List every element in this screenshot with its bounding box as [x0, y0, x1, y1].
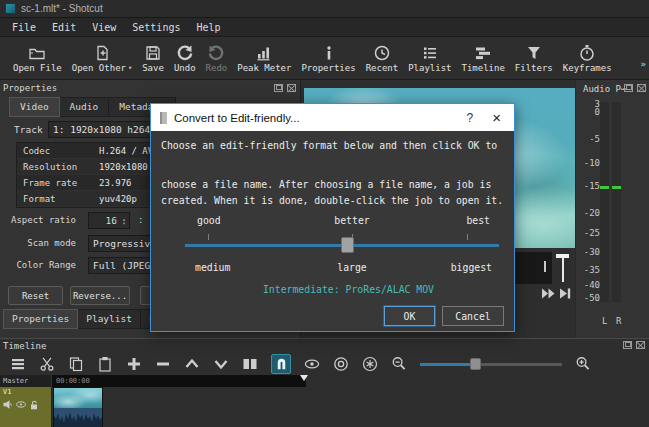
dialog-title: Convert to Edit-friendly... — [174, 112, 300, 124]
meter-scale-value: 0 — [576, 107, 600, 117]
float-panel-icon[interactable] — [623, 341, 632, 349]
mute-track-icon[interactable] — [3, 400, 12, 409]
ok-button[interactable]: OK — [384, 306, 435, 326]
menu-file[interactable]: File — [4, 20, 44, 35]
undo-icon — [176, 44, 194, 62]
master-track-header[interactable]: Master — [0, 375, 52, 387]
keyframes-button[interactable]: Keyframes — [558, 44, 617, 73]
zoom-out-icon — [391, 355, 407, 372]
size-label-biggest: biggest — [451, 262, 492, 273]
scan-mode-select[interactable]: Progressive ▾ — [88, 235, 156, 252]
quality-label-better: better — [334, 215, 369, 226]
track-head-v1[interactable]: V1 — [0, 387, 52, 427]
open-other-button[interactable]: Open Other▾ — [67, 44, 137, 73]
cut-button[interactable] — [39, 356, 55, 372]
tab-audio[interactable]: Audio — [60, 97, 110, 117]
meter-scale-value: -25 — [576, 228, 600, 238]
meter-scale-value: -10 — [576, 158, 600, 168]
append-button[interactable] — [126, 356, 142, 372]
toolbar-overflow-icon[interactable]: » — [641, 59, 646, 69]
properties-panel-title: Properties — [3, 83, 57, 93]
menu-edit[interactable]: Edit — [44, 20, 84, 35]
scissors-icon — [39, 356, 55, 372]
ripple-delete-button[interactable] — [155, 356, 171, 372]
close-panel-icon[interactable] — [637, 84, 646, 92]
timeline-toolbar — [0, 352, 649, 375]
peak-indicator-right — [612, 186, 621, 189]
playlist-button[interactable]: Playlist — [403, 44, 456, 73]
dialog-help-button[interactable]: ? — [459, 111, 482, 125]
zoom-in-button[interactable] — [575, 356, 591, 372]
copy-button[interactable] — [68, 356, 84, 372]
overwrite-button[interactable] — [213, 356, 229, 372]
fast-forward-icon[interactable] — [541, 288, 556, 299]
hide-track-icon[interactable] — [16, 400, 26, 409]
tab-video[interactable]: Video — [9, 97, 60, 117]
dialog-text: Choose an edit-friendly format below and… — [161, 140, 497, 151]
timeline-clip[interactable] — [53, 387, 103, 427]
plus-icon — [126, 356, 142, 372]
lock-track-icon[interactable] — [30, 400, 39, 410]
audio-peak-meter-title: Audio P⋯ — [583, 84, 626, 94]
redo-icon — [207, 44, 225, 62]
split-button[interactable] — [242, 356, 258, 372]
asterisk-circle-icon — [362, 356, 378, 372]
timeline-tracks: V1 — [0, 387, 649, 427]
ripple-markers-toggle[interactable] — [362, 356, 378, 372]
spinner-arrows-icon[interactable]: ▴▾ — [119, 217, 129, 225]
open-file-button[interactable]: Open File — [8, 44, 67, 73]
meter-scale-value: -30 — [576, 247, 600, 257]
properties-button[interactable]: Properties — [296, 44, 360, 73]
dialog-text: choose a file name. After choosing a fil… — [161, 177, 503, 209]
timeline-menu-button[interactable] — [10, 356, 26, 372]
cancel-button[interactable]: Cancel — [442, 306, 504, 326]
timeline-ruler[interactable]: 00:00:00 — [52, 375, 306, 387]
reverse-button[interactable]: Reverse... — [70, 286, 130, 305]
float-panel-icon[interactable] — [274, 84, 283, 92]
track-select[interactable]: 1: 1920x1080 h264 ▾ — [48, 121, 160, 138]
snap-toggle[interactable] — [271, 354, 291, 374]
shotcut-window: sc-1.mlt* - Shotcut File Edit View Setti… — [0, 0, 649, 427]
timeline-zoom-slider[interactable] — [420, 358, 562, 370]
main-toolbar: Open File Open Other▾ Save Undo Redo Pea… — [0, 37, 649, 80]
menu-help[interactable]: Help — [188, 20, 228, 35]
dialog-close-button[interactable]: × — [488, 109, 505, 126]
scrub-while-dragging-toggle[interactable] — [304, 356, 320, 372]
close-panel-icon[interactable] — [287, 84, 296, 92]
float-panel-icon[interactable] — [624, 84, 633, 92]
save-button[interactable]: Save — [137, 44, 169, 73]
aspect-ratio-label: Aspect ratio — [8, 215, 76, 225]
open-file-icon — [28, 44, 46, 62]
volume-slider[interactable] — [556, 252, 569, 284]
aspect-ratio-stepper[interactable]: 16 ▴▾ — [88, 212, 130, 229]
timeline-button[interactable]: Timeline — [457, 44, 510, 73]
filters-button[interactable]: Filters — [510, 44, 558, 73]
window-title: sc-1.mlt* - Shotcut — [21, 3, 103, 14]
bottom-tab-properties[interactable]: Properties — [3, 309, 78, 329]
redo-button[interactable]: Redo — [201, 44, 233, 73]
reset-button[interactable]: Reset — [8, 286, 63, 305]
zoom-out-button[interactable] — [391, 356, 407, 372]
timeline-panel-title: Timeline — [3, 341, 46, 351]
recent-button[interactable]: Recent — [361, 44, 404, 73]
recent-icon — [373, 44, 391, 62]
paste-button[interactable] — [97, 356, 113, 372]
zoom-slider-handle[interactable] — [470, 358, 481, 370]
filters-icon — [525, 44, 543, 62]
menu-settings[interactable]: Settings — [124, 20, 188, 35]
close-panel-icon[interactable] — [636, 341, 645, 349]
meter-scale-value: -20 — [576, 208, 600, 218]
dropdown-caret-icon: ▾ — [128, 64, 132, 72]
lift-button[interactable] — [184, 356, 200, 372]
clip-thumbnail — [54, 388, 102, 408]
bottom-tab-playlist[interactable]: Playlist — [78, 309, 141, 329]
dialog-title-bar[interactable]: Convert to Edit-friendly... ? × — [151, 104, 514, 131]
playhead[interactable] — [300, 375, 308, 381]
ripple-all-tracks-toggle[interactable] — [333, 356, 349, 372]
quality-slider-handle[interactable] — [341, 237, 354, 253]
undo-button[interactable]: Undo — [169, 44, 201, 73]
menu-view[interactable]: View — [84, 20, 124, 35]
peak-meter-button[interactable]: Peak Meter — [232, 44, 296, 73]
skip-next-icon[interactable] — [559, 288, 571, 299]
audio-waveform — [54, 408, 102, 427]
